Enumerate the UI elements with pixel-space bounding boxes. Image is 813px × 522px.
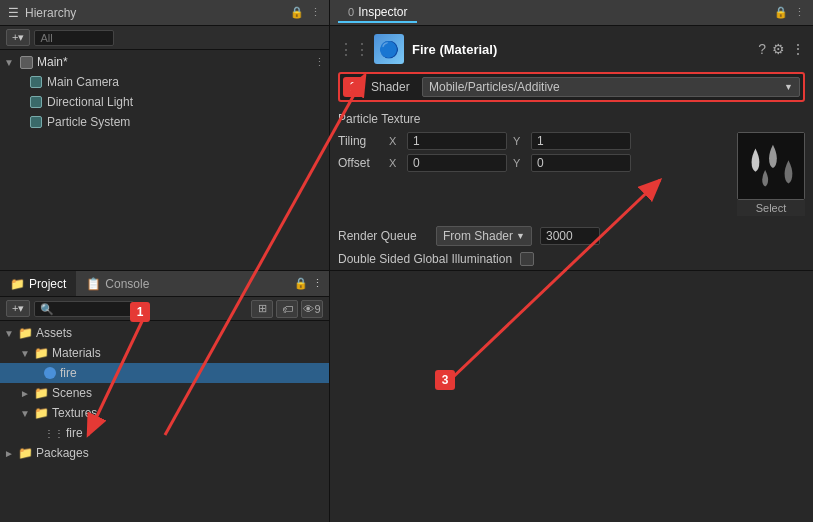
tree-label-assets: Assets [36,326,72,340]
inspector-lock-icon[interactable]: 🔒 [774,6,788,19]
hierarchy-lock-icon[interactable]: 🔒 [290,6,304,19]
dlight-gameobj-icon [28,94,44,110]
render-queue-value-input[interactable] [540,227,600,245]
tree-label-textures: Textures [52,406,97,420]
hierarchy-tree: ▼ Main* ⋮ Main Camera [0,50,329,270]
project-search-input[interactable] [34,301,134,317]
shader-value: Mobile/Particles/Additive [429,80,560,94]
more-icon[interactable]: ⋮ [791,41,805,57]
tab-console[interactable]: 📋 Console [76,271,159,296]
tree-item-main[interactable]: ▼ Main* ⋮ [0,52,329,72]
hierarchy-header: ☰ Hierarchy 🔒 ⋮ [0,0,329,26]
folder-tab-icon: 📁 [10,277,25,291]
hierarchy-toolbar: +▾ [0,26,329,50]
tree-arrow-main: ▼ [4,57,18,68]
texture-section-title: Particle Texture [338,112,805,126]
render-queue-dropdown[interactable]: From Shader ▼ [436,226,532,246]
project-menu-icon[interactable]: ⋮ [312,277,323,290]
project-panel: 📁 Project 📋 Console 🔒 ⋮ +▾ ⊞ [0,271,330,522]
tree-arrow-textures: ▼ [20,408,34,419]
tab-project[interactable]: 📁 Project [0,271,76,296]
tree-item-scenes[interactable]: ► 📁 Scenes [0,383,329,403]
badge-2: 2 [343,77,363,97]
tiling-x-input[interactable] [407,132,507,150]
render-queue-row: Render Queue From Shader ▼ [338,226,805,246]
render-queue-chevron-icon: ▼ [516,231,525,241]
tree-label-packages: Packages [36,446,89,460]
textures-folder-icon: 📁 [34,406,49,420]
help-icon[interactable]: ? [758,41,766,57]
project-toolbar: +▾ ⊞ 🏷 👁 9 [0,297,329,321]
project-view-toggle-2[interactable]: 🏷 [276,300,298,318]
texture-section: Tiling X Y Offset X Y [338,132,805,216]
shader-row: 2 Shader Mobile/Particles/Additive ▼ [338,72,805,102]
particle-gameobj-icon [28,114,44,130]
hierarchy-title: Hierarchy [25,6,76,20]
texture-preview-img [738,133,804,199]
tree-menu-main[interactable]: ⋮ [314,56,325,69]
material-title: Fire (Material) [412,42,497,57]
project-view-toggle-1[interactable]: ⊞ [251,300,273,318]
project-lock-icon[interactable]: 🔒 [294,277,308,290]
texture-preview[interactable] [737,132,805,200]
inspector-tabs: 0 Inspector [338,3,417,23]
double-sided-checkbox[interactable] [520,252,534,266]
tree-item-textures[interactable]: ▼ 📁 Textures [0,403,329,423]
tree-label-fire-material: fire [60,366,77,380]
tree-item-directional-light[interactable]: Directional Light [0,92,329,112]
hierarchy-menu-icon[interactable]: ⋮ [310,6,321,19]
project-add-label: +▾ [12,302,24,315]
select-label[interactable]: Select [737,200,805,216]
tiling-y-input[interactable] [531,132,631,150]
tree-arrow-materials: ▼ [20,348,34,359]
tree-item-main-camera[interactable]: Main Camera [0,72,329,92]
tree-item-particle-system[interactable]: Particle System [0,112,329,132]
tiling-label: Tiling [338,134,383,148]
render-queue-dropdown-value: From Shader [443,229,513,243]
inspector-header: 0 Inspector 🔒 ⋮ [330,0,813,26]
tiling-row: Tiling X Y [338,132,727,150]
project-add-button[interactable]: +▾ [6,300,30,317]
tab-inspector[interactable]: 0 Inspector [338,3,417,23]
tiling-x-label: X [389,135,401,147]
camera-gameobj-icon [28,74,44,90]
settings-icon[interactable]: ⚙ [772,41,785,57]
render-queue-label: Render Queue [338,229,428,243]
project-eye-icon[interactable]: 👁 9 [301,300,323,318]
tree-label-scenes: Scenes [52,386,92,400]
offset-y-input[interactable] [531,154,631,172]
double-sided-label: Double Sided Global Illumination [338,252,512,266]
tree-label-fire-texture: fire [66,426,83,440]
tree-item-materials[interactable]: ▼ 📁 Materials [0,343,329,363]
double-sided-row: Double Sided Global Illumination [338,252,805,266]
material-icon: 🔵 [374,34,404,64]
inspector-tab-label: Inspector [358,5,407,19]
shader-chevron-down-icon: ▼ [784,82,793,92]
project-tree: ▼ 📁 Assets ▼ 📁 Materials fire [0,321,329,522]
scene-icon [18,54,34,70]
tree-label-materials: Materials [52,346,101,360]
inspector-panel: 0 Inspector 🔒 ⋮ ⋮⋮ 🔵 Fire ( [330,0,813,270]
materials-folder-icon: 📁 [34,346,49,360]
tree-label-main-camera: Main Camera [47,75,119,89]
hierarchy-add-button[interactable]: +▾ [6,29,30,46]
fire-material-dot-icon [44,367,56,379]
texture-svg [738,140,804,192]
hierarchy-search-input[interactable] [34,30,114,46]
project-tab-label: Project [29,277,66,291]
tree-arrow-scenes: ► [20,388,34,399]
offset-x-label: X [389,157,401,169]
console-tab-icon: 📋 [86,277,101,291]
tree-item-fire-material[interactable]: fire [0,363,329,383]
offset-x-input[interactable] [407,154,507,172]
tree-label-main: Main* [37,55,68,69]
tree-arrow-assets: ▼ [4,328,18,339]
scenes-folder-icon: 📁 [34,386,49,400]
tree-item-packages[interactable]: ► 📁 Packages [0,443,329,463]
tree-item-assets[interactable]: ▼ 📁 Assets [0,323,329,343]
project-tabs: 📁 Project 📋 Console 🔒 ⋮ [0,271,329,297]
hierarchy-add-label: +▾ [12,31,24,44]
inspector-menu-icon[interactable]: ⋮ [794,6,805,19]
tree-item-fire-texture[interactable]: ⋮⋮ fire [0,423,329,443]
shader-dropdown[interactable]: Mobile/Particles/Additive ▼ [422,77,800,97]
